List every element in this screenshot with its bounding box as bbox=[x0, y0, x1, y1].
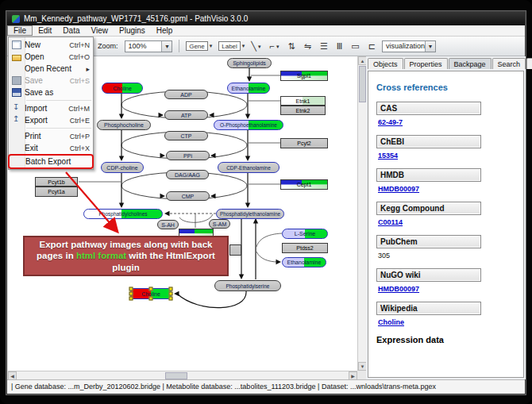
stack-vertical-button[interactable]: ☰ bbox=[320, 42, 328, 51]
common-size-icon: ▭ bbox=[351, 42, 359, 51]
node-pcyt1a[interactable]: Pcyt1a bbox=[35, 187, 78, 197]
status-text: | Gene database: ...m_Derby_20120602.bri… bbox=[11, 383, 436, 391]
node-pcyt1b[interactable]: Pcyt1b bbox=[35, 177, 78, 187]
node-dag-aag[interactable]: DAG/AAG bbox=[166, 170, 209, 179]
tab-properties[interactable]: Properties bbox=[404, 58, 448, 69]
menu-shortcut: Ctrl+N bbox=[69, 41, 90, 49]
chevron-down-icon[interactable]: ▾ bbox=[210, 43, 213, 49]
xref-link[interactable]: 15354 bbox=[378, 152, 515, 160]
node-phosphatidylethanolamine[interactable]: Phosphatidylethanolamine bbox=[216, 209, 284, 219]
node-sphingolipids[interactable]: Sphingolipids bbox=[227, 58, 272, 68]
selection-handle[interactable] bbox=[149, 287, 153, 291]
menu-item-print[interactable]: PrintCtrl+P bbox=[9, 130, 93, 142]
xref-link[interactable]: 62-49-7 bbox=[378, 118, 515, 126]
node-choline-top[interactable]: Choline bbox=[102, 83, 143, 94]
node-l-serine[interactable]: L-Serine bbox=[282, 229, 328, 239]
node-phosphocholine[interactable]: Phosphocholine bbox=[97, 120, 151, 130]
page-setup-button[interactable]: ⊏ bbox=[368, 42, 376, 51]
node-gene-hidden-2[interactable] bbox=[229, 244, 241, 256]
export-icon bbox=[12, 116, 21, 125]
menubar-item-edit[interactable]: Edit bbox=[33, 25, 57, 36]
menu-item-export[interactable]: ExportCtrl+E bbox=[9, 114, 93, 126]
node-s-am[interactable]: S-AM bbox=[209, 219, 230, 229]
connector-tool-button[interactable]: ⌐▾ bbox=[269, 42, 279, 51]
common-size-button[interactable]: ▭ bbox=[351, 42, 359, 51]
chevron-down-icon[interactable]: ▼ bbox=[425, 41, 435, 52]
menubar-item-data[interactable]: Data bbox=[57, 25, 85, 36]
node-cdp-choline[interactable]: CDP-choline bbox=[101, 162, 144, 173]
selection-handle[interactable] bbox=[129, 287, 133, 291]
selection-handle[interactable] bbox=[129, 297, 133, 301]
tab-search[interactable]: Search bbox=[492, 58, 526, 69]
node-s-ah[interactable]: S-AH bbox=[157, 220, 179, 229]
menu-item-open-recent[interactable]: Open Recent▸ bbox=[9, 63, 93, 75]
menubar-item-help[interactable]: Help bbox=[151, 25, 179, 36]
menu-item-open[interactable]: OpenCtrl+O bbox=[9, 51, 93, 63]
selection-handle[interactable] bbox=[169, 292, 173, 296]
chevron-down-icon[interactable]: ▾ bbox=[242, 43, 245, 49]
chevron-down-icon[interactable]: ▼ bbox=[161, 41, 172, 52]
vertical-scroll-thumb[interactable] bbox=[359, 66, 366, 102]
file-menu: NewCtrl+NOpenCtrl+OOpen Recent▸SaveCtrl+… bbox=[8, 37, 94, 170]
node-cmp[interactable]: CMP bbox=[166, 191, 210, 201]
menu-shortcut: Ctrl+O bbox=[69, 53, 90, 61]
node-ppi[interactable]: PPi bbox=[166, 151, 210, 160]
tab-legend[interactable]: Legend bbox=[526, 58, 532, 69]
visualization-select[interactable]: visualization ▼ bbox=[382, 40, 436, 52]
node-phosphatidylserine[interactable]: Phosphatidylserine bbox=[214, 280, 281, 291]
node-cdp-ethanolamine[interactable]: CDP-Ethanolamine bbox=[218, 162, 279, 173]
node-etnk2[interactable]: Etnk2 bbox=[280, 106, 326, 115]
add-gene-button[interactable]: Gene▾ bbox=[186, 41, 212, 51]
add-label-button[interactable]: Label▾ bbox=[218, 41, 245, 51]
node-choline-bottom[interactable]: Choline bbox=[130, 288, 172, 299]
stack-horizontal-button[interactable]: Ⅲ bbox=[337, 42, 343, 51]
menu-shortcut: Ctrl+E bbox=[70, 117, 90, 125]
chevron-down-icon[interactable]: ▾ bbox=[258, 42, 261, 51]
node-atp[interactable]: ATP bbox=[164, 110, 208, 120]
xref-link[interactable]: Choline bbox=[378, 318, 515, 326]
line-tool-icon: ╲ bbox=[251, 42, 256, 51]
xref-link[interactable]: HMDB00097 bbox=[378, 285, 515, 293]
selection-handle[interactable] bbox=[149, 297, 153, 301]
node-adp[interactable]: ADP bbox=[164, 90, 208, 99]
node-o-phosphoethanolamine[interactable]: O-Phosphoethanolamine bbox=[214, 120, 283, 130]
xref-link[interactable]: C00114 bbox=[378, 218, 515, 226]
menu-item-exit[interactable]: ExitCtrl+X bbox=[9, 142, 93, 154]
canvas-vertical-scrollbar[interactable]: ▲ ▼ bbox=[357, 56, 366, 371]
align-vertical-center-button[interactable]: ⇅ bbox=[287, 42, 295, 51]
menubar-item-view[interactable]: View bbox=[85, 25, 114, 36]
canvas-horizontal-scrollbar[interactable]: ◀ ▶ bbox=[8, 371, 357, 379]
node-cept1[interactable]: Cept1 bbox=[280, 179, 328, 190]
xref-section-hmdb: HMDBHMDB00097 bbox=[376, 168, 515, 193]
chevron-down-icon[interactable]: ▾ bbox=[276, 42, 279, 51]
line-tool-button[interactable]: ╲▾ bbox=[251, 42, 260, 51]
menu-item-import[interactable]: ImportCtrl+M bbox=[9, 102, 93, 114]
menubar-item-plugins[interactable]: Plugins bbox=[114, 25, 151, 36]
xref-link[interactable]: HMDB00097 bbox=[378, 185, 515, 193]
menubar-item-file[interactable]: File bbox=[7, 25, 33, 36]
tab-backpage[interactable]: Backpage bbox=[449, 58, 492, 69]
node-etnk1[interactable]: Etnk1 bbox=[280, 96, 326, 106]
node-ethanolamine-top[interactable]: Ethanolamine bbox=[227, 83, 270, 94]
new-icon bbox=[12, 40, 21, 49]
menu-item-save-as[interactable]: Save as bbox=[9, 87, 93, 98]
selection-handle[interactable] bbox=[169, 287, 173, 291]
node-phosphatidylcholines[interactable]: Phosphatidylcholines bbox=[83, 209, 163, 219]
horizontal-scroll-thumb[interactable] bbox=[165, 372, 187, 379]
xref-source-label: NuGO wiki bbox=[376, 268, 481, 282]
menu-item-save[interactable]: SaveCtrl+S bbox=[9, 75, 93, 87]
menu-item-batch-export[interactable]: Batch Export bbox=[10, 156, 92, 167]
menu-shortcut: Ctrl+X bbox=[70, 144, 90, 152]
selection-handle[interactable] bbox=[169, 297, 173, 301]
menu-item-new[interactable]: NewCtrl+N bbox=[9, 39, 93, 51]
node-ethanolamine-bottom[interactable]: Ethanolamine bbox=[282, 257, 326, 267]
zoom-select[interactable]: 100% ▼ bbox=[125, 40, 173, 52]
node-pcyt2[interactable]: Pcyt2 bbox=[280, 138, 328, 148]
node-sgpl1[interactable]: Sgpl1 bbox=[280, 71, 328, 81]
toolbar-separator bbox=[179, 40, 179, 52]
selection-handle[interactable] bbox=[129, 292, 133, 296]
align-horizontal-center-button[interactable]: ⇋ bbox=[304, 42, 311, 51]
node-ptdss2[interactable]: Ptdss2 bbox=[282, 243, 328, 253]
tab-objects[interactable]: Objects bbox=[368, 58, 403, 69]
node-ctp[interactable]: CTP bbox=[164, 131, 208, 140]
